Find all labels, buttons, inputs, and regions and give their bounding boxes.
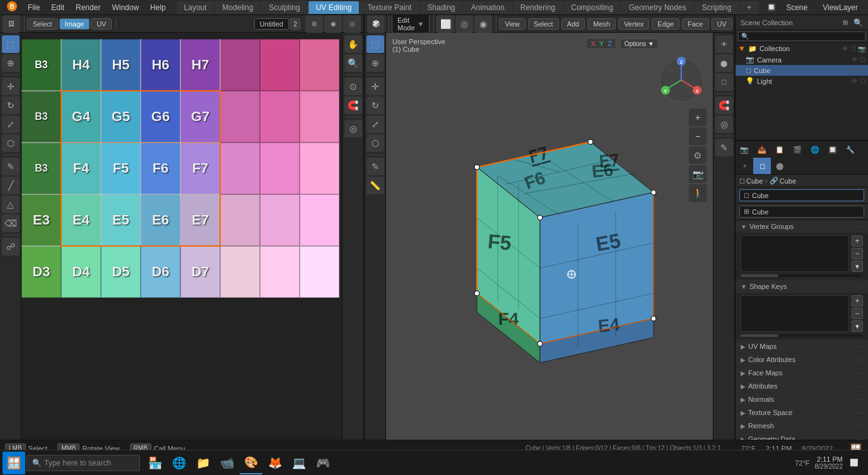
vp-snapping-btn[interactable]: 🧲 xyxy=(715,97,733,114)
x-constraint[interactable]: X xyxy=(590,40,595,47)
vp-view-props[interactable]: 👁 xyxy=(715,35,733,53)
prop-tab-view-layer[interactable]: 📋 xyxy=(771,141,789,158)
vp-select-tool[interactable]: ⬚ xyxy=(367,35,384,53)
z-constraint[interactable]: Z xyxy=(607,40,612,47)
ws-sculpting[interactable]: Sculpting xyxy=(261,1,307,14)
taskbar-store[interactable]: 🏪 xyxy=(144,452,167,474)
vp-select-menu[interactable]: Select xyxy=(528,18,559,30)
ws-compositing[interactable]: Compositing xyxy=(563,1,621,14)
prop-tab-world[interactable]: 🌐 xyxy=(806,141,824,158)
render-preview-btn[interactable]: ◉ xyxy=(324,15,342,33)
vp-mesh-menu[interactable]: Mesh xyxy=(587,18,616,30)
uv-image-btn[interactable]: Image xyxy=(59,18,90,30)
uv-zoom-in[interactable]: 🔍 xyxy=(344,54,362,72)
taskbar-code[interactable]: 💻 xyxy=(288,452,310,474)
start-button[interactable]: 🪟 xyxy=(3,452,25,474)
taskbar-show-desktop[interactable]: ⬜ xyxy=(848,457,860,469)
taskbar-edge[interactable]: 🌐 xyxy=(168,452,191,474)
ws-shading[interactable]: Shading xyxy=(419,1,462,14)
menu-render[interactable]: Render xyxy=(71,2,105,13)
attributes-header[interactable]: ▶ Attributes ··· xyxy=(736,380,868,392)
image-filename[interactable]: Untitled xyxy=(254,18,289,30)
ws-animation[interactable]: Animation xyxy=(463,1,512,14)
uv-tiles-grid[interactable]: B3 H4 H5 H6 H7 B3 G4 G5 G6 G7 xyxy=(21,33,342,440)
material-preview-btn[interactable]: ◎ xyxy=(343,15,361,33)
uv-transform-tool[interactable]: ⬡ xyxy=(2,134,20,152)
uv-move-tool[interactable]: ✛ xyxy=(2,78,20,95)
vp-move-tool[interactable]: ✛ xyxy=(367,78,384,95)
prop-tab-scene[interactable]: 🎬 xyxy=(789,141,806,158)
vp-zoom-in-btn[interactable]: + xyxy=(689,108,707,126)
ws-add[interactable]: + xyxy=(739,1,759,14)
vp-overlay-btn[interactable]: ⬤ xyxy=(715,54,733,72)
y-constraint[interactable]: Y xyxy=(599,40,604,47)
outliner-item-light[interactable]: 💡 Light 👁 ☐ xyxy=(736,76,868,86)
prop-tab-object[interactable]: 🔲 xyxy=(824,141,842,158)
viewport-options-btn[interactable]: Options ▼ xyxy=(620,38,659,49)
uv-pivot[interactable]: ⊙ xyxy=(344,78,362,95)
uv-scale-tool[interactable]: ⤢ xyxy=(2,115,20,133)
vp-proportional-edit[interactable]: ◎ xyxy=(715,115,733,133)
object-name-field[interactable]: ◻ Cube xyxy=(739,189,864,201)
vp-rotate-tool[interactable]: ↻ xyxy=(367,97,384,114)
vp-edge-menu[interactable]: Edge xyxy=(652,18,679,30)
menu-edit[interactable]: Edit xyxy=(46,2,69,13)
shape-keys-scrollbar-thumb[interactable] xyxy=(741,334,778,337)
vp-render-mode-rendered[interactable]: ◉ xyxy=(474,15,492,33)
uv-snapping[interactable]: 🧲 xyxy=(344,97,362,114)
shape-key-more-btn[interactable]: ▼ xyxy=(852,320,863,332)
vp-scale-tool[interactable]: ⤢ xyxy=(367,115,384,133)
uv-annotate-poly-tool[interactable]: △ xyxy=(2,196,20,213)
vertex-group-add-btn[interactable]: + xyxy=(852,235,863,247)
color-attributes-header[interactable]: ▶ Color Attributes ··· xyxy=(736,353,868,366)
uv-select-tool[interactable]: ⬚ xyxy=(2,35,20,53)
prop-tab-particles[interactable]: ⚬ xyxy=(736,158,753,174)
vp-add-menu[interactable]: Add xyxy=(561,18,585,30)
ws-geometry-nodes[interactable]: Geometry Nodes xyxy=(621,1,694,14)
ws-rendering[interactable]: Rendering xyxy=(513,1,563,14)
uv-annotate-erase-tool[interactable]: ⌫ xyxy=(2,214,20,232)
vp-editor-type[interactable]: 🎲 xyxy=(367,15,385,33)
vertex-group-remove-btn[interactable]: − xyxy=(852,248,863,259)
vp-zoom-out-btn[interactable]: − xyxy=(689,127,707,145)
vp-measure-tool[interactable]: 📏 xyxy=(367,177,384,194)
menu-file[interactable]: File xyxy=(23,2,45,13)
outliner-search-btn[interactable]: 🔍 xyxy=(853,18,863,28)
prop-tab-output[interactable]: 📤 xyxy=(753,141,771,158)
mesh-name-field[interactable]: ⊞ Cube xyxy=(739,206,864,218)
menu-window[interactable]: Window xyxy=(107,2,144,13)
outliner-item-cube[interactable]: ◻ Cube 👁 ☐ xyxy=(736,65,868,76)
vertex-group-more-btn[interactable]: ▼ xyxy=(852,261,863,272)
shape-key-remove-btn[interactable]: − xyxy=(852,308,863,319)
uv-uv-btn[interactable]: UV xyxy=(91,18,112,30)
scene-selector[interactable]: Scene xyxy=(781,2,812,13)
outliner-search-input[interactable] xyxy=(738,32,865,41)
vp-render-mode-solid[interactable]: ⬜ xyxy=(437,15,454,33)
uv-annotate-line-tool[interactable]: ╱ xyxy=(2,177,20,194)
menu-help[interactable]: Help xyxy=(145,2,171,13)
ws-layout[interactable]: Layout xyxy=(177,1,214,14)
edit-mode-dropdown[interactable]: Edit Mode▼ xyxy=(392,15,430,33)
prop-tab-material[interactable]: ⬤ xyxy=(771,158,789,174)
taskbar-blender[interactable]: 🎨 xyxy=(240,452,262,474)
vp-view-menu[interactable]: View xyxy=(499,18,525,30)
prop-tab-render[interactable]: 📷 xyxy=(736,141,753,158)
vp-annotate-tool[interactable]: ✎ xyxy=(367,158,384,175)
viewport-canvas[interactable]: ⬚ ⊕ ✛ ↻ ⤢ ⬡ ✎ 📏 User Perspective (1) Cub… xyxy=(365,33,734,440)
uv-proportional[interactable]: ◎ xyxy=(344,120,362,138)
vp-camera-view-btn[interactable]: 📷 xyxy=(689,165,707,183)
uv-cursor-tool[interactable]: ⊕ xyxy=(2,54,20,72)
uv-select-btn[interactable]: Select xyxy=(27,18,58,30)
normals-header[interactable]: ▶ Normals ··· xyxy=(736,393,868,406)
uv-move-view[interactable]: ✋ xyxy=(344,35,362,53)
outliner-item-collection[interactable]: ▼ 📁 Collection 👁 ☐ 📷 xyxy=(736,43,868,54)
search-bar[interactable]: 🔍 Type here to search xyxy=(26,455,140,471)
vp-transform-tool[interactable]: ⬡ xyxy=(367,134,384,152)
vp-xray-btn[interactable]: ☐ xyxy=(715,73,733,91)
uv-maps-header[interactable]: ▶ UV Maps ··· xyxy=(736,340,868,353)
shape-key-add-btn[interactable]: + xyxy=(852,295,863,307)
texture-space-header[interactable]: ▶ Texture Space ··· xyxy=(736,406,868,419)
viewport-gizmo[interactable]: Z X Y xyxy=(656,55,707,105)
ws-uv-editing[interactable]: UV Editing xyxy=(308,1,360,14)
view-mode-btn[interactable]: ⊞ xyxy=(305,15,323,33)
